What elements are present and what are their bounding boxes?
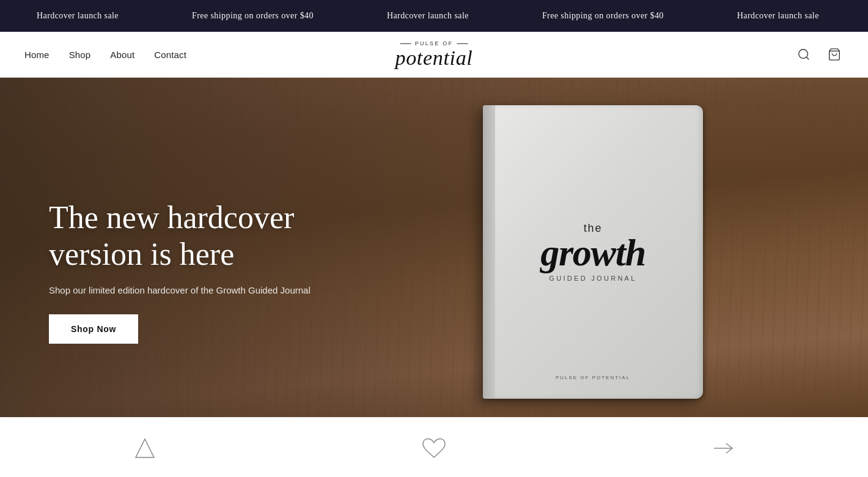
cart-button[interactable] <box>825 45 844 64</box>
feature-item-1 <box>133 436 157 460</box>
svg-marker-3 <box>136 439 154 457</box>
nav-home[interactable]: Home <box>24 50 50 60</box>
book-cover: the growth GUIDED JOURNAL PULSE OF POTEN… <box>483 105 703 399</box>
book-title-growth: growth <box>540 236 645 270</box>
announcement-track: Hardcover launch sale Free shipping on o… <box>0 11 868 21</box>
svg-line-1 <box>806 57 809 59</box>
site-header: Home Shop About Contact PULSE OF potenti… <box>0 32 868 78</box>
search-button[interactable] <box>795 45 813 64</box>
feature-item-3 <box>711 436 735 460</box>
feature-strip <box>0 417 868 477</box>
svg-point-0 <box>799 50 808 59</box>
announcement-bar: Hardcover launch sale Free shipping on o… <box>0 0 868 32</box>
header-actions <box>795 45 844 64</box>
announcement-item: Free shipping on orders over $40 <box>506 11 701 21</box>
nav-shop[interactable]: Shop <box>69 50 91 60</box>
hero-section: the growth GUIDED JOURNAL PULSE OF POTEN… <box>0 78 868 417</box>
shop-now-button[interactable]: Shop Now <box>49 314 138 344</box>
announcement-item: Free shipping on orders over $40 <box>856 11 868 21</box>
feature-icon-3 <box>711 436 735 460</box>
logo-tagline: PULSE OF <box>400 41 468 46</box>
logo[interactable]: PULSE OF potential <box>395 41 473 68</box>
hero-content: The new hardcover version is here Shop o… <box>49 199 355 344</box>
book-publisher: PULSE OF POTENTIAL <box>556 375 630 380</box>
logo-wordmark: potential <box>395 48 473 68</box>
hero-headline: The new hardcover version is here <box>49 199 355 273</box>
nav-about[interactable]: About <box>110 50 134 60</box>
cart-icon <box>828 48 841 61</box>
announcement-item: Free shipping on orders over $40 <box>155 11 350 21</box>
announcement-item: Hardcover launch sale <box>701 11 856 21</box>
feature-item-2 <box>422 436 446 460</box>
hero-subtext: Shop our limited edition hardcover of th… <box>49 284 355 298</box>
search-icon <box>797 48 811 61</box>
nav-contact[interactable]: Contact <box>154 50 186 60</box>
hero-book: the growth GUIDED JOURNAL PULSE OF POTEN… <box>440 90 746 414</box>
main-nav: Home Shop About Contact <box>24 50 186 60</box>
announcement-item: Hardcover launch sale <box>0 11 155 21</box>
book-subtitle: GUIDED JOURNAL <box>549 275 636 282</box>
feature-icon-2 <box>422 436 446 460</box>
announcement-item: Hardcover launch sale <box>350 11 506 21</box>
feature-icon-1 <box>133 436 157 460</box>
